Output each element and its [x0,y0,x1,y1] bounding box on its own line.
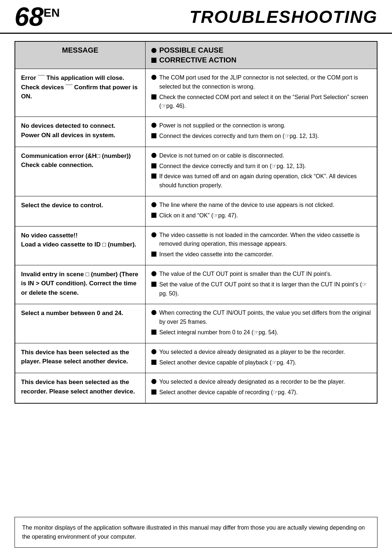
cause-item-text: Connect the device correctly and turn it… [159,162,371,171]
message-cell: This device has been selected as the rec… [15,373,145,403]
table-row: Select the device to control.The line wh… [15,196,377,226]
bullet-square-icon [151,133,156,138]
cause-item-text: Device is not turned on or cable is disc… [159,151,371,160]
bullet-square-icon [151,282,156,287]
cause-item-text: The value of the CUT OUT point is smalle… [159,270,371,279]
page-number: 68EN [15,4,60,30]
message-header-label: MESSAGE [62,46,98,54]
bullet-square-icon [151,174,156,179]
cause-item: When correcting the CUT IN/OUT points, t… [151,309,371,327]
message-cell: Communication error (&H□ (number))Check … [15,147,145,196]
bullet-circle-icon [151,48,156,53]
col-header-cause: POSSIBLE CAUSE CORRECTIVE ACTION [145,41,377,69]
cause-item-text: Power is not supplied or the connection … [159,121,371,130]
bullet-square-icon [151,330,156,335]
bullet-square-icon [151,252,156,257]
cause-item: Connect the devices correctly and turn t… [151,132,371,141]
footer-note: The monitor displays of the application … [15,517,377,548]
cause-cell: The video cassette is not loaded in the … [145,226,377,265]
message-cell: No video cassette!!Load a video cassette… [15,226,145,265]
cause-item-text: Insert the video cassette into the camco… [159,250,371,259]
cause-item: You selected a device already designated… [151,348,371,357]
table-row: This device has been selected as the pla… [15,343,377,373]
cause-item: Set the value of the CUT OUT point so th… [151,280,371,298]
page-number-suffix: EN [44,6,60,19]
cause-item-text: Select another device capable of playbac… [159,358,371,367]
bullet-circle-icon [151,75,156,80]
cause-item: The line where the name of the device to… [151,201,371,210]
cause-item: You selected a device already designated… [151,378,371,387]
cause-item: Select another device capable of playbac… [151,358,371,367]
bullet-circle-icon [151,123,156,128]
cause-item-text: Select another device capable of recordi… [159,388,371,397]
cause-cell: You selected a device already designated… [145,343,377,373]
cause-item-text: Connect the devices correctly and turn t… [159,132,371,141]
bullet-circle-icon [151,379,156,384]
troubleshooting-table: MESSAGE POSSIBLE CAUSE CORRECTIVE ACTION [15,41,377,404]
cause-header-row1: POSSIBLE CAUSE [151,46,371,54]
cause-item: The value of the CUT OUT point is smalle… [151,270,371,279]
page-number-value: 68 [15,2,44,31]
message-cell: Select a number between 0 and 24. [15,304,145,343]
message-cell: Select the device to control. [15,196,145,226]
cause-item-text: Click on it and “OK” (☞pg. 47). [159,211,371,220]
bullet-circle-icon [151,271,156,276]
cause-cell: Device is not turned on or cable is disc… [145,147,377,196]
footer-note-text: The monitor displays of the application … [22,525,365,540]
bullet-circle-icon [151,202,156,207]
cause-item-text: You selected a device already designated… [159,378,371,387]
table-row: Communication error (&H□ (number))Check … [15,147,377,196]
bullet-square-icon [151,58,156,63]
main-content: MESSAGE POSSIBLE CAUSE CORRECTIVE ACTION [0,34,392,510]
cause-item: Connect the device correctly and turn it… [151,162,371,171]
bullet-circle-icon [151,153,156,158]
table-row: No video cassette!!Load a video cassette… [15,226,377,265]
cause-item: Check the connected COM port and select … [151,93,371,111]
cause-item: If device was turned off and on again du… [151,172,371,190]
table-row: This device has been selected as the rec… [15,373,377,403]
bullet-circle-icon [151,310,156,315]
table-row: No devices detected to connect.Power ON … [15,117,377,147]
cause-item-text: Select integral number from 0 to 24 (☞pg… [159,328,371,337]
cause-item-text: Set the value of the CUT OUT point so th… [159,280,371,298]
bullet-square-icon [151,389,156,395]
cause-cell: The COM port used for the JLIP connector… [145,69,377,117]
cause-cell: The value of the CUT OUT point is smalle… [145,265,377,304]
cause-cell: You selected a device already designated… [145,373,377,403]
cause-item-text: The video cassette is not loaded in the … [159,231,371,249]
table-body: Error ¯¯ This application will close.Che… [15,69,377,403]
table-row: Invalid entry in scene □ (number) (There… [15,265,377,304]
page: 68EN TROUBLESHOOTING MESSAGE POSSIBLE CA… [0,0,392,555]
page-title: TROUBLESHOOTING [189,7,377,27]
bullet-circle-icon [151,349,156,354]
cause-item-text: Check the connected COM port and select … [159,93,371,111]
bullet-square-icon [151,163,156,168]
cause-item-text: The line where the name of the device to… [159,201,371,210]
page-header: 68EN TROUBLESHOOTING [0,0,392,34]
cause-cell: Power is not supplied or the connection … [145,117,377,147]
cause-item-text: If device was turned off and on again du… [159,172,371,190]
col-header-message: MESSAGE [15,41,145,69]
cause-item: The video cassette is not loaded in the … [151,231,371,249]
bullet-circle-icon [151,232,156,237]
bullet-square-icon [151,94,156,99]
bullet-square-icon [151,360,156,365]
cause-item: Select another device capable of recordi… [151,388,371,397]
message-cell: Invalid entry in scene □ (number) (There… [15,265,145,304]
cause-item: Select integral number from 0 to 24 (☞pg… [151,328,371,337]
cause-header-label1: POSSIBLE CAUSE [159,46,224,54]
cause-header-label2: CORRECTIVE ACTION [159,56,237,64]
message-cell: Error ¯¯ This application will close.Che… [15,69,145,117]
message-cell: This device has been selected as the pla… [15,343,145,373]
cause-cell: The line where the name of the device to… [145,196,377,226]
cause-header-row2: CORRECTIVE ACTION [151,56,371,64]
cause-item: Power is not supplied or the connection … [151,121,371,130]
table-row: Error ¯¯ This application will close.Che… [15,69,377,117]
cause-item: The COM port used for the JLIP connector… [151,73,371,91]
cause-item: Device is not turned on or cable is disc… [151,151,371,160]
message-cell: No devices detected to connect.Power ON … [15,117,145,147]
cause-item-text: You selected a device already designated… [159,348,371,357]
cause-item: Click on it and “OK” (☞pg. 47). [151,211,371,220]
cause-item-text: When correcting the CUT IN/OUT points, t… [159,309,371,327]
table-row: Select a number between 0 and 24.When co… [15,304,377,343]
